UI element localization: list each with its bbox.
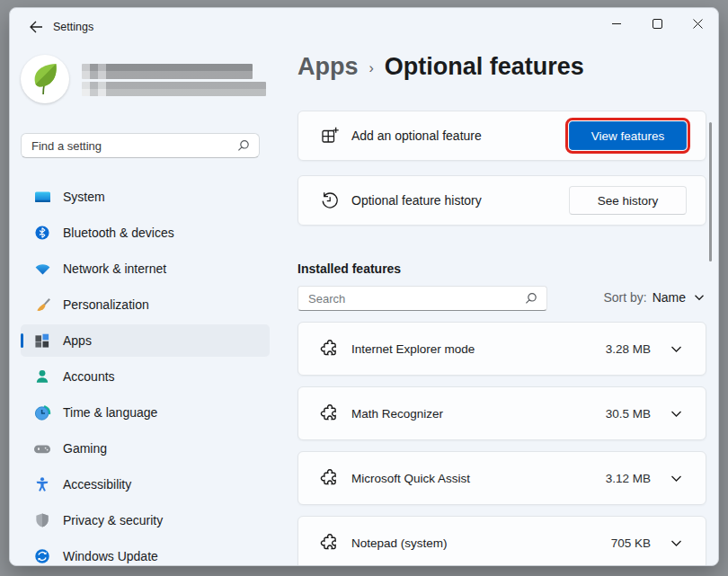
user-name-redacted <box>82 64 253 79</box>
privacy-security-icon <box>33 511 51 529</box>
window-controls <box>597 8 718 39</box>
history-icon <box>320 191 340 210</box>
chevron-down-icon[interactable] <box>667 471 686 486</box>
feature-name: Internet Explorer mode <box>351 342 475 356</box>
feature-row-math-recognizer[interactable]: Math Recognizer 30.5 MB <box>297 386 706 440</box>
back-button[interactable] <box>21 15 51 39</box>
installed-search-box <box>297 286 547 311</box>
sidebar-item-accessibility[interactable]: Accessibility <box>21 468 270 501</box>
avatar[interactable] <box>21 55 69 103</box>
puzzle-icon <box>320 403 340 423</box>
feature-name: Notepad (system) <box>351 536 448 550</box>
puzzle-icon <box>320 468 340 488</box>
add-optional-feature-card: Add an optional feature View features <box>297 111 706 161</box>
history-label: Optional feature history <box>351 193 482 208</box>
personalization-icon <box>33 296 51 314</box>
maximize-icon <box>653 19 662 29</box>
windows-update-icon <box>33 547 51 565</box>
feature-row-notepad-system[interactable]: Notepad (system) 705 KB <box>297 516 706 566</box>
feature-row-internet-explorer-mode[interactable]: Internet Explorer mode 3.28 MB <box>297 322 706 376</box>
bluetooth-icon <box>33 224 51 242</box>
sidebar-item-label: Gaming <box>63 441 107 456</box>
chevron-down-icon[interactable] <box>667 341 686 357</box>
sidebar-item-label: Accessibility <box>63 477 131 492</box>
time-language-icon <box>33 403 51 421</box>
minimize-button[interactable] <box>597 8 637 39</box>
feature-row-microsoft-quick-assist[interactable]: Microsoft Quick Assist 3.12 MB <box>297 451 706 505</box>
sidebar-item-label: Time & language <box>63 405 157 420</box>
page-title: Optional features <box>385 53 584 81</box>
sidebar-item-network-internet[interactable]: Network & internet <box>21 253 270 285</box>
breadcrumb: Apps › Optional features <box>297 53 584 81</box>
find-a-setting-box <box>21 133 260 158</box>
see-history-button[interactable]: See history <box>569 186 687 215</box>
network-icon <box>33 260 51 278</box>
leaf-logo-icon <box>30 62 60 96</box>
feature-size: 705 KB <box>611 536 651 550</box>
sidebar-item-apps[interactable]: Apps <box>21 324 270 357</box>
sidebar-item-bluetooth-devices[interactable]: Bluetooth & devices <box>21 217 270 249</box>
feature-size: 3.28 MB <box>606 342 651 356</box>
sidebar-item-label: System <box>63 190 105 204</box>
sidebar-item-label: Apps <box>63 333 92 348</box>
sidebar-item-accounts[interactable]: Accounts <box>21 360 270 393</box>
sidebar-item-label: Personalization <box>63 297 149 312</box>
breadcrumb-separator-icon: › <box>369 60 374 76</box>
view-features-button[interactable]: View features <box>569 121 687 150</box>
feature-size: 30.5 MB <box>606 407 651 421</box>
feature-size: 3.12 MB <box>606 472 651 485</box>
search-icon <box>237 139 250 152</box>
accessibility-icon <box>33 475 51 493</box>
sidebar-item-label: Accounts <box>63 369 115 384</box>
sidebar-item-system[interactable]: System <box>21 181 270 213</box>
back-arrow-icon <box>31 22 42 32</box>
chevron-down-icon <box>694 294 705 301</box>
puzzle-icon <box>320 533 340 553</box>
installed-features-heading: Installed features <box>297 261 401 276</box>
sort-by-value: Name <box>653 290 686 305</box>
feature-name: Microsoft Quick Assist <box>351 472 470 485</box>
apps-icon <box>33 332 51 350</box>
find-a-setting-input[interactable] <box>22 139 237 153</box>
sidebar-item-gaming[interactable]: Gaming <box>21 432 270 465</box>
chevron-down-icon[interactable] <box>667 406 686 421</box>
user-email-redacted <box>82 82 266 96</box>
vertical-scrollbar[interactable] <box>709 122 712 261</box>
sidebar-nav: System Bluetooth & devices Network & int… <box>21 181 270 566</box>
feature-name: Math Recognizer <box>351 407 443 421</box>
sidebar-item-privacy-security[interactable]: Privacy & security <box>21 504 270 536</box>
minimize-icon <box>612 19 622 29</box>
installed-search-input[interactable] <box>298 292 525 306</box>
search-icon <box>525 292 537 305</box>
maximize-button[interactable] <box>637 8 678 39</box>
add-feature-label: Add an optional feature <box>351 128 482 143</box>
sidebar-item-personalization[interactable]: Personalization <box>21 288 270 321</box>
window-title: Settings <box>53 21 93 33</box>
optional-feature-history-card: Optional feature history See history <box>297 175 706 226</box>
breadcrumb-apps[interactable]: Apps <box>297 53 359 81</box>
sidebar-item-time-language[interactable]: Time & language <box>21 396 270 429</box>
gaming-icon <box>33 439 51 457</box>
sort-by-label: Sort by: <box>603 290 646 305</box>
add-feature-icon <box>320 126 340 146</box>
accounts-icon <box>33 368 51 385</box>
system-icon <box>33 188 51 206</box>
close-icon <box>693 19 703 29</box>
sidebar-item-windows-update[interactable]: Windows Update <box>21 540 270 566</box>
sidebar-item-label: Bluetooth & devices <box>63 226 174 240</box>
puzzle-icon <box>320 339 340 359</box>
chevron-down-icon[interactable] <box>667 536 686 551</box>
settings-window: Settings System <box>9 7 719 566</box>
sidebar-item-label: Privacy & security <box>63 513 163 527</box>
sidebar-item-label: Windows Update <box>63 549 158 563</box>
sidebar-item-label: Network & internet <box>63 261 166 276</box>
close-button[interactable] <box>678 8 718 39</box>
sort-by-dropdown[interactable]: Sort by: Name <box>603 290 705 305</box>
